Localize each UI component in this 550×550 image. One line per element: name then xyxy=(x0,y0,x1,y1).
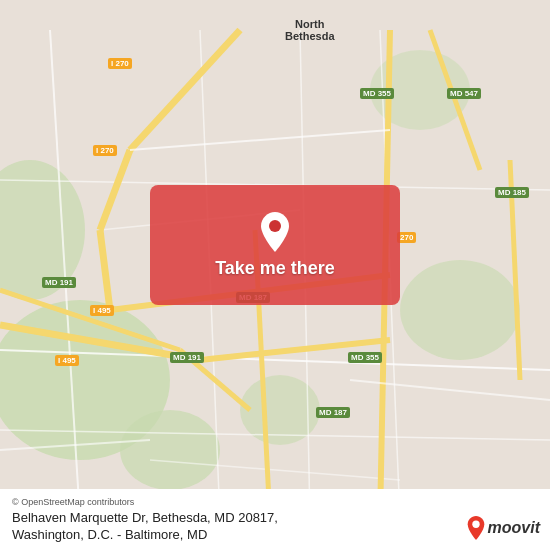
svg-point-6 xyxy=(120,410,220,490)
highway-label-md185: MD 185 xyxy=(495,187,529,198)
map-container: NorthBethesda I 270 I 270 270 I 495 I 49… xyxy=(0,0,550,550)
copyright-text: © OpenStreetMap contributors xyxy=(12,497,538,507)
moovit-text: moovit xyxy=(488,519,540,537)
address-text: Belhaven Marquette Dr, Bethesda, MD 2081… xyxy=(12,510,538,544)
svg-point-3 xyxy=(400,260,520,360)
highway-label-md355-bot: MD 355 xyxy=(348,352,382,363)
highway-label-md547: MD 547 xyxy=(447,88,481,99)
svg-point-31 xyxy=(269,220,281,232)
highway-label-i495-bot: I 495 xyxy=(55,355,79,366)
city-label-north-bethesda: NorthBethesda xyxy=(285,18,335,42)
highway-label-md191-mid: MD 191 xyxy=(42,277,76,288)
map-pin-icon xyxy=(258,212,292,252)
highway-label-md191-bot: MD 191 xyxy=(170,352,204,363)
take-me-there-label: Take me there xyxy=(215,258,335,279)
svg-point-32 xyxy=(472,521,479,528)
highway-label-i495-left: I 495 xyxy=(90,305,114,316)
moovit-pin-icon xyxy=(466,516,486,540)
take-me-there-button[interactable]: Take me there xyxy=(150,185,400,305)
highway-label-i270-top: I 270 xyxy=(108,58,132,69)
moovit-logo: moovit xyxy=(466,516,540,540)
highway-label-md187-bot: MD 187 xyxy=(316,407,350,418)
highway-label-i270-mid: I 270 xyxy=(93,145,117,156)
highway-label-md355-top: MD 355 xyxy=(360,88,394,99)
